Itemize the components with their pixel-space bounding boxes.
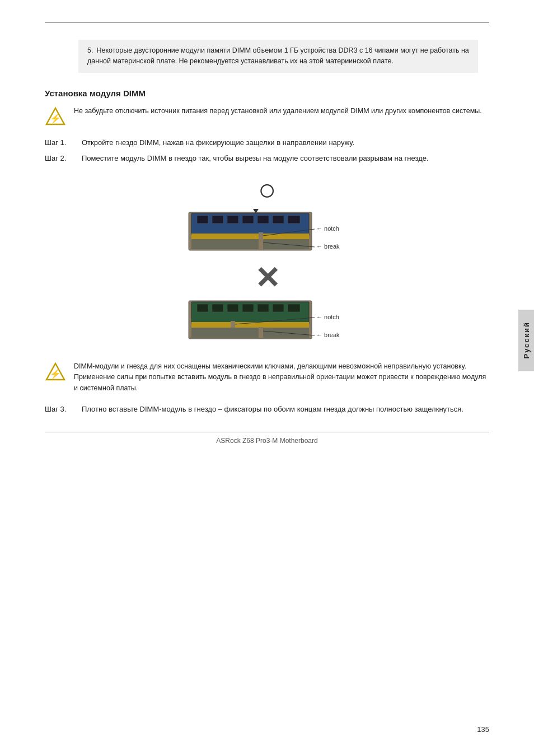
svg-rect-7 [242, 216, 254, 223]
svg-text:← break: ← break [316, 243, 340, 250]
svg-rect-10 [288, 216, 300, 223]
svg-rect-30 [231, 321, 235, 329]
svg-text:← break: ← break [316, 332, 340, 338]
page: 5.Некоторые двусторонние модули памяти D… [0, 0, 534, 756]
svg-text:⚡: ⚡ [50, 113, 61, 124]
correct-symbol: ○ [258, 174, 277, 204]
note-box-5: 5.Некоторые двусторонние модули памяти D… [78, 40, 478, 73]
warning-icon-1: ⚡ [45, 106, 66, 127]
svg-rect-14 [259, 239, 263, 250]
svg-rect-5 [212, 216, 223, 223]
svg-text:← notch: ← notch [316, 225, 339, 232]
svg-rect-8 [257, 216, 269, 223]
footer: ASRock Z68 Pro3-M Motherboard [45, 437, 489, 445]
step-3: Шаг 3. Плотно вставьте DIMM-модуль в гне… [45, 404, 489, 415]
warning-text-2: DIMM-модули и гнезда для них оснащены ме… [74, 361, 489, 394]
svg-text:← notch: ← notch [316, 314, 339, 320]
svg-rect-6 [227, 216, 238, 223]
diagrams-area: ○ [45, 174, 489, 351]
incorrect-photo-wrapper: ← notch ← break [172, 295, 362, 346]
page-number: 135 [477, 725, 489, 734]
step-1-text: Откройте гнездо DIMM, нажав на фиксирующ… [82, 137, 489, 148]
warning-icon-2: ⚡ [45, 361, 66, 382]
svg-rect-28 [288, 304, 300, 312]
incorrect-dimm-svg: ← notch ← break [172, 295, 362, 346]
bottom-divider [45, 432, 489, 432]
svg-rect-32 [259, 327, 263, 338]
svg-rect-9 [273, 216, 284, 223]
sidebar-label-wrap: Русский [518, 310, 534, 371]
step3-list: Шаг 3. Плотно вставьте DIMM-модуль в гне… [45, 404, 489, 415]
step-2: Шаг 2. Поместите модуль DIMM в гнездо та… [45, 153, 489, 164]
steps-list: Шаг 1. Откройте гнездо DIMM, нажав на фи… [45, 137, 489, 164]
warning-box-1: ⚡ Не забудьте отключить источник питания… [45, 106, 489, 127]
svg-rect-26 [257, 304, 269, 312]
footer-text: ASRock Z68 Pro3-M Motherboard [216, 437, 317, 445]
svg-rect-27 [273, 304, 284, 312]
step-3-label: Шаг 3. [45, 404, 78, 415]
svg-rect-11 [191, 234, 309, 239]
svg-text:⚡: ⚡ [50, 368, 61, 379]
svg-rect-22 [197, 304, 208, 312]
correct-dimm-svg: ← notch ← break [172, 207, 362, 257]
correct-diagram: ○ [172, 174, 362, 257]
svg-rect-13 [191, 239, 309, 249]
incorrect-diagram: ✕ [172, 263, 362, 346]
note-text: Некоторые двусторонние модули памяти DIM… [87, 46, 469, 65]
step-1: Шаг 1. Откройте гнездо DIMM, нажав на фи… [45, 137, 489, 148]
incorrect-symbol: ✕ [255, 263, 280, 293]
top-divider [45, 22, 489, 23]
step-2-label: Шаг 2. [45, 153, 78, 164]
sidebar-label-text: Русский [522, 321, 531, 359]
svg-rect-31 [191, 328, 309, 338]
warning-box-2: ⚡ DIMM-модули и гнезда для них оснащены … [45, 361, 489, 394]
step-2-text: Поместите модуль DIMM в гнездо так, чтоб… [82, 153, 489, 164]
note-number: 5. [87, 45, 93, 56]
step-1-label: Шаг 1. [45, 137, 78, 148]
svg-rect-4 [197, 216, 208, 223]
svg-rect-24 [227, 304, 238, 312]
section-title: Установка модуля DIMM [45, 88, 489, 98]
svg-rect-23 [212, 304, 223, 312]
svg-rect-25 [242, 304, 254, 312]
warning-text-1: Не забудьте отключить источник питания п… [74, 106, 489, 116]
correct-photo-wrapper: ← notch ← break [172, 207, 362, 257]
step-3-text: Плотно вставьте DIMM-модуль в гнездо – ф… [82, 404, 489, 415]
